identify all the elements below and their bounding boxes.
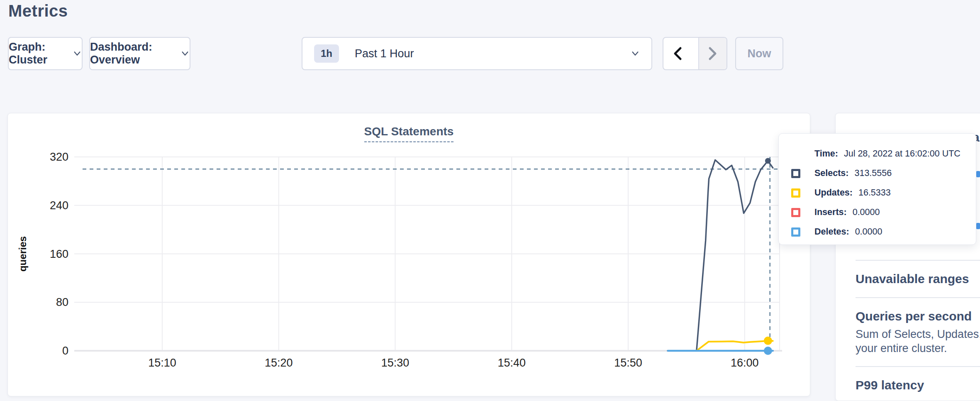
- series-line-updates: [668, 341, 773, 351]
- now-button[interactable]: Now: [735, 37, 783, 70]
- tooltip-series-label: Deletes:: [814, 227, 849, 237]
- tooltip-row-updates: Updates:16.5333: [791, 183, 976, 203]
- tooltip-time-row: Time: Jul 28, 2022 at 16:02:00 UTC: [791, 144, 976, 164]
- x-tick-label: 15:50: [614, 357, 642, 369]
- sidebar-section-heading: Unavailable ranges: [856, 271, 980, 286]
- chevron-down-icon: [73, 49, 82, 58]
- sidebar-section-heading: P99 latency: [856, 378, 980, 393]
- tooltip-series-rows: Selects:313.5556Updates:16.5333Inserts:0…: [791, 164, 976, 242]
- time-window-label: Past 1 Hour: [355, 47, 414, 60]
- series-swatch-icon: [791, 169, 800, 178]
- sql-statements-chart-card: SQL Statements 08016024032015:1015:2015:…: [7, 113, 810, 396]
- dashboard-dropdown[interactable]: Dashboard: Overview: [89, 37, 190, 70]
- tooltip-row-deletes: Deletes:0.0000: [791, 222, 976, 242]
- series-line-selects: [668, 160, 773, 351]
- y-tick-label: 160: [50, 248, 68, 260]
- tooltip-series-label: Selects:: [814, 168, 848, 178]
- y-axis-label: queries: [17, 236, 28, 271]
- x-tick-label: 15:20: [265, 357, 293, 369]
- tooltip-series-label: Updates:: [814, 188, 853, 198]
- tooltip-series-label: Inserts:: [814, 207, 847, 218]
- x-tick-label: 15:10: [148, 357, 176, 369]
- chevron-down-icon: [180, 49, 190, 58]
- series-swatch-icon: [791, 188, 800, 198]
- next-time-button[interactable]: [698, 38, 726, 69]
- tooltip-series-value: 16.5333: [858, 188, 891, 198]
- chevron-down-icon: [631, 49, 640, 58]
- previous-time-button[interactable]: [663, 38, 692, 69]
- sidebar-section: Queries per secondSum of Selects, Update…: [856, 297, 980, 366]
- tooltip-series-value: 313.5556: [854, 168, 892, 178]
- sidebar-section: Unavailable ranges: [856, 260, 980, 297]
- tooltip-time-label: Time:: [814, 149, 838, 159]
- sidebar-section-heading: Queries per second: [856, 309, 980, 324]
- time-step-buttons: [663, 37, 727, 70]
- series-swatch-icon: [791, 208, 800, 217]
- y-tick-label: 0: [62, 345, 68, 357]
- chart-hover-tooltip: Time: Jul 28, 2022 at 16:02:00 UTC Selec…: [778, 133, 976, 245]
- time-window-dropdown[interactable]: 1h Past 1 Hour: [302, 37, 652, 70]
- sidebar-section-description: Sum of Selects, Updates, Inseryour entir…: [856, 327, 980, 355]
- sidebar-clipped-link-fragment: [976, 171, 980, 177]
- hover-dot-selects: [765, 158, 771, 164]
- tooltip-series-value: 0.0000: [853, 207, 880, 218]
- y-tick-label: 240: [50, 199, 68, 212]
- dashboard-dropdown-label: Dashboard: Overview: [90, 41, 174, 66]
- chevron-left-icon: [672, 46, 683, 61]
- chevron-right-icon: [707, 46, 718, 61]
- metrics-toolbar: Graph: Cluster Dashboard: Overview 1h Pa…: [0, 37, 980, 70]
- hover-dot-updates: [764, 337, 772, 345]
- sidebar-clipped-link-fragment: [976, 223, 980, 229]
- x-tick-label: 15:30: [381, 357, 410, 369]
- graph-dropdown-label: Graph: Cluster: [9, 41, 66, 66]
- tooltip-series-value: 0.0000: [855, 227, 882, 237]
- time-window-badge: 1h: [314, 44, 339, 63]
- sql-statements-plot[interactable]: 08016024032015:1015:2015:3015:4015:5016:…: [8, 113, 811, 397]
- now-button-label: Now: [748, 47, 771, 60]
- tooltip-row-selects: Selects:313.5556: [791, 164, 976, 183]
- graph-dropdown[interactable]: Graph: Cluster: [8, 37, 83, 70]
- y-tick-label: 320: [50, 151, 68, 163]
- sidebar-section: P99 latency: [856, 366, 980, 401]
- series-swatch-icon: [791, 227, 800, 237]
- page-title: Metrics: [8, 2, 68, 20]
- y-tick-label: 80: [56, 296, 68, 308]
- x-tick-label: 15:40: [497, 357, 526, 369]
- hover-dot-deletes: [764, 347, 772, 355]
- x-tick-label: 16:00: [731, 357, 759, 369]
- tooltip-time-value: Jul 28, 2022 at 16:02:00 UTC: [844, 149, 960, 159]
- tooltip-row-inserts: Inserts:0.0000: [791, 203, 976, 222]
